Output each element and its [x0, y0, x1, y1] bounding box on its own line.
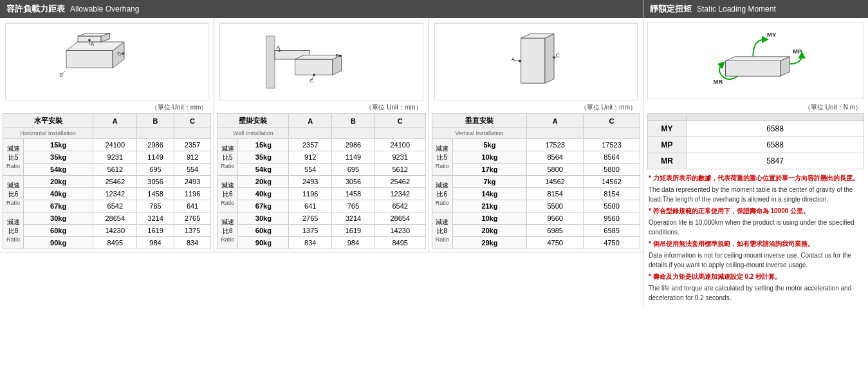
- svg-marker-18: [295, 55, 342, 59]
- moment-col-label: [648, 114, 687, 121]
- wall-diagram-svg: A B C: [263, 32, 379, 93]
- svg-rect-14: [266, 36, 275, 88]
- w-col-a: A: [289, 114, 332, 128]
- svg-point-31: [519, 59, 521, 62]
- v-col-c: C: [584, 114, 640, 128]
- svg-point-34: [553, 56, 555, 59]
- svg-text:MR: MR: [713, 77, 723, 84]
- note-text: * 倒吊使用無法套用標準規範，如有需求請洽詢我司業務。: [649, 239, 863, 249]
- note-text: The life and torque are calculated by se…: [649, 283, 863, 303]
- wall-block: A B C （單位 Unit：mm） 壁掛安裝: [214, 18, 429, 252]
- main-container: 容許負載力距表 Allowable Overhang: [0, 0, 868, 308]
- svg-text:C: C: [556, 52, 560, 59]
- right-section: 靜額定扭矩 Static Loading Moment MY MP MR: [643, 0, 868, 308]
- v-title-en: Vertical Installation: [432, 128, 527, 139]
- right-header-zh: 靜額定扭矩: [650, 3, 692, 15]
- vertical-table: 垂直安裝 A C Vertical Installation 減速比5Ratio…: [432, 113, 640, 249]
- svg-point-20: [279, 49, 281, 52]
- svg-marker-35: [725, 61, 780, 76]
- left-section-header: 容許負載力距表 Allowable Overhang: [0, 0, 643, 18]
- wall-unit: （單位 Unit：mm）: [217, 103, 425, 112]
- left-header-zh: 容許負載力距表: [6, 3, 65, 15]
- right-header-en: Static Loading Moment: [697, 5, 776, 14]
- horizontal-block: A C B （單位 Unit：mm）: [0, 18, 214, 252]
- v-title-zh: 垂直安裝: [432, 114, 527, 128]
- note-text: * 力矩表所表示的數據，代表荷重的重心位置於單一方向容許懸出的長度。: [649, 173, 863, 183]
- wall-diagram: A B C: [219, 23, 423, 100]
- horizontal-diagram: A C B: [5, 23, 208, 100]
- svg-text:A: A: [277, 44, 281, 50]
- vertical-unit: （單位 Unit：mm）: [432, 103, 640, 112]
- moment-col-value: [687, 114, 864, 121]
- svg-marker-27: [545, 33, 554, 83]
- note-text: Operation life is 10,000km when the prod…: [649, 218, 863, 237]
- svg-marker-26: [521, 38, 544, 83]
- w-col-c: C: [374, 114, 425, 128]
- svg-text:A: A: [512, 55, 515, 62]
- svg-text:A: A: [91, 41, 95, 47]
- svg-point-13: [122, 52, 125, 55]
- left-section: 容許負載力距表 Allowable Overhang: [0, 0, 643, 308]
- w-col-b: B: [332, 114, 375, 128]
- wall-table: 壁掛安裝 A B C Wall Installation 減速比5Ratio1: [217, 113, 425, 249]
- moment-diagram: MY MP MR: [647, 22, 864, 99]
- note-text: * 壽命及力矩是以馬達加減速設定 0.2 秒計算。: [649, 272, 863, 281]
- note-text: * 符合型錄規範的正常使用下，保證壽命為 10000 公里。: [649, 206, 863, 216]
- note-text: Data information is not for ceiling-moun…: [649, 250, 863, 270]
- svg-point-12: [88, 39, 91, 41]
- h-col-a: A: [93, 114, 137, 128]
- h-col-b: B: [137, 114, 174, 128]
- h-title-zh: 水平安裝: [3, 114, 93, 128]
- note-text: The data represented by the moment table…: [649, 185, 863, 204]
- w-title-en: Wall Installation: [217, 128, 289, 139]
- horizontal-diagram-svg: A C B: [49, 32, 165, 93]
- svg-point-24: [313, 73, 316, 76]
- vertical-block: A C （單位 Unit：mm） 垂直安裝 A: [429, 18, 643, 252]
- svg-text:B: B: [336, 53, 339, 59]
- svg-text:C: C: [309, 78, 313, 84]
- v-col-a: A: [527, 114, 584, 128]
- horizontal-table: 水平安裝 A B C Horizontal Installation 減速比5: [3, 113, 211, 249]
- svg-text:MY: MY: [767, 31, 777, 38]
- vertical-diagram: A C: [434, 23, 638, 100]
- svg-marker-16: [295, 59, 333, 75]
- h-title-en: Horizontal Installation: [3, 128, 93, 139]
- horizontal-unit: （單位 Unit：mm）: [3, 103, 211, 112]
- svg-text:MP: MP: [793, 48, 802, 55]
- moment-unit: （單位 Unit：N.m）: [643, 103, 868, 112]
- h-col-c: C: [174, 114, 211, 128]
- svg-text:C: C: [117, 50, 121, 56]
- w-title-zh: 壁掛安裝: [217, 114, 289, 128]
- svg-point-22: [339, 54, 342, 57]
- svg-marker-37: [725, 56, 790, 61]
- left-header-en: Allowable Overhang: [70, 5, 139, 14]
- svg-text:B: B: [59, 72, 62, 78]
- notes-section: * 力矩表所表示的數據，代表荷重的重心位置於單一方向容許懸出的長度。The da…: [643, 169, 868, 308]
- right-section-header: 靜額定扭矩 Static Loading Moment: [643, 0, 868, 18]
- moment-diagram-svg: MY MP MR: [695, 27, 817, 95]
- tables-row: A C B （單位 Unit：mm）: [0, 18, 643, 252]
- moment-table: MY6588MP6588MR5847: [647, 113, 864, 169]
- vertical-diagram-svg: A C: [491, 32, 581, 93]
- svg-marker-0: [66, 50, 113, 68]
